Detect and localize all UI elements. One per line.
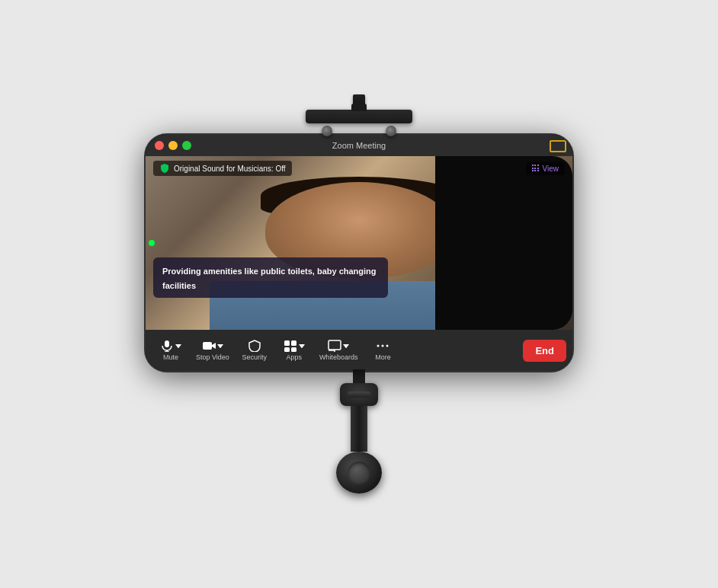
video-top-bar: Original Sound for Musicians: Off View: [146, 156, 572, 181]
whiteboards-label: Whiteboards: [319, 353, 358, 361]
shield-toolbar-icon: [248, 340, 261, 352]
clamp-knob-left: [322, 126, 332, 136]
toolbar-mute[interactable]: Mute: [152, 337, 190, 364]
mac-maximize-button[interactable]: [182, 141, 191, 150]
sound-badge[interactable]: Original Sound for Musicians: Off: [153, 161, 292, 176]
apps-label: Apps: [287, 353, 303, 361]
view-button[interactable]: View: [526, 162, 566, 175]
stop-video-label: Stop Video: [196, 353, 229, 361]
subtitle-box: Providing amenities like public toilets,…: [153, 257, 388, 298]
top-clamp-knobs: [322, 126, 396, 136]
svg-rect-4: [284, 340, 290, 346]
grid-icon: [532, 165, 540, 172]
security-label: Security: [242, 353, 268, 361]
toolbar-stop-video-inner: [202, 340, 223, 352]
svg-rect-8: [329, 340, 341, 350]
window-title: Zoom Meeting: [332, 141, 386, 150]
mac-window: Zoom Meeting: [146, 135, 572, 371]
phone-wrapper: Zoom Meeting: [146, 135, 572, 371]
svg-rect-6: [291, 340, 296, 346]
ball-joint: [336, 452, 382, 494]
toolbar-apps-inner: [284, 340, 305, 352]
top-clamp-bar: [306, 110, 412, 123]
more-label: More: [375, 353, 391, 361]
hub-detail: [348, 391, 370, 398]
camera-icon: [202, 340, 216, 352]
video-area: Original Sound for Musicians: Off View: [146, 156, 572, 330]
svg-rect-0: [165, 340, 169, 347]
shield-green-icon: [159, 163, 170, 174]
video-chevron-icon: [217, 343, 223, 349]
apps-icon: [284, 340, 297, 352]
recording-indicator: [149, 240, 155, 246]
view-text: View: [543, 165, 559, 173]
toolbar-whiteboards[interactable]: Whiteboards: [315, 337, 363, 364]
top-clamp: [306, 94, 412, 136]
phone: Zoom Meeting: [146, 135, 572, 371]
subtitle-text: Providing amenities like public toilets,…: [162, 267, 377, 289]
monitor-icon: [550, 140, 563, 151]
toolbar-whiteboards-inner: [328, 340, 349, 352]
mac-window-buttons: [155, 141, 191, 150]
mac-close-button[interactable]: [155, 141, 164, 150]
toolbar-mute-inner: [160, 340, 181, 352]
svg-point-13: [386, 345, 389, 347]
svg-rect-3: [203, 342, 212, 350]
mic-icon: [160, 340, 174, 352]
toolbar-apps[interactable]: Apps: [275, 337, 313, 364]
apps-chevron-icon: [299, 343, 305, 349]
toolbar-security[interactable]: Security: [236, 337, 274, 364]
whiteboard-icon: [328, 340, 341, 352]
mac-minimize-button[interactable]: [168, 141, 178, 150]
bottom-hub: [340, 383, 378, 406]
clamp-knob-right: [386, 126, 396, 136]
bottom-pole: [351, 406, 367, 452]
toolbar: Mute: [146, 330, 572, 371]
more-icon: [376, 340, 389, 352]
svg-rect-7: [291, 347, 296, 352]
end-button[interactable]: End: [523, 340, 566, 362]
mute-chevron-icon: [175, 343, 181, 349]
mount-assembly: Zoom Meeting: [146, 94, 572, 494]
whiteboards-chevron-icon: [343, 343, 349, 349]
bottom-connector: [353, 369, 365, 383]
scene: Zoom Meeting: [0, 0, 718, 588]
svg-rect-5: [284, 347, 290, 352]
toolbar-stop-video[interactable]: Stop Video: [191, 337, 234, 364]
svg-point-12: [382, 345, 384, 347]
svg-point-11: [377, 345, 380, 347]
ball-joint-inner: [348, 462, 370, 484]
sound-text: Original Sound for Musicians: Off: [174, 165, 286, 173]
mute-label: Mute: [163, 353, 178, 361]
dark-side-panel: [435, 156, 572, 330]
bottom-clamp: [336, 369, 382, 494]
mac-titlebar: Zoom Meeting: [146, 135, 572, 156]
toolbar-more[interactable]: More: [364, 337, 402, 364]
